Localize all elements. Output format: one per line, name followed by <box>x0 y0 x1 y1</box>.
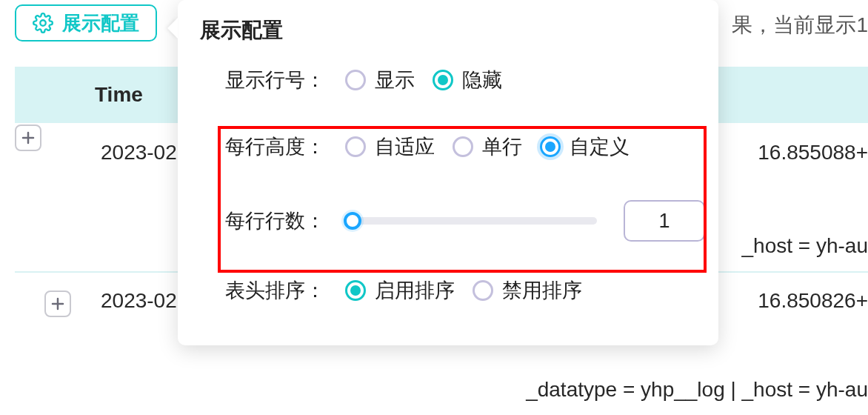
results-summary-text: 果，当前显示1 <box>732 11 868 39</box>
radio-icon <box>453 136 473 157</box>
radio-group-row-height: 自适应 单行 自定义 <box>345 133 630 160</box>
radio-label: 禁用排序 <box>502 277 582 304</box>
radio-icon <box>345 136 366 157</box>
radio-row-height-custom[interactable]: 自定义 <box>540 133 630 160</box>
radio-icon <box>345 70 366 90</box>
row-lines-slider[interactable] <box>345 217 597 225</box>
svg-point-4 <box>40 20 45 25</box>
radio-icon <box>540 136 561 157</box>
radio-line-number-show[interactable]: 显示 <box>345 67 415 93</box>
option-row-row-height: 每行高度： 自适应 单行 自定义 <box>200 133 696 160</box>
radio-header-sort-disable[interactable]: 禁用排序 <box>473 277 582 304</box>
gear-icon <box>33 13 53 33</box>
cell-value: 16.850826+ <box>758 289 868 313</box>
radio-icon <box>345 280 366 301</box>
display-config-button[interactable]: 展示配置 <box>15 4 157 42</box>
radio-icon <box>433 70 453 90</box>
radio-label: 单行 <box>482 133 522 160</box>
option-label-row-height: 每行高度： <box>225 133 329 160</box>
radio-group-header-sort: 启用排序 禁用排序 <box>345 277 582 304</box>
cell-time: 2023-02 <box>101 141 177 165</box>
radio-row-height-single[interactable]: 单行 <box>453 133 522 160</box>
row-lines-value-input[interactable]: 1 <box>624 200 705 242</box>
slider-thumb[interactable] <box>344 212 361 230</box>
option-row-row-lines: 每行行数： 1 <box>200 200 696 242</box>
radio-row-height-auto[interactable]: 自适应 <box>345 133 435 160</box>
expand-row-button[interactable] <box>44 290 71 317</box>
radio-header-sort-enable[interactable]: 启用排序 <box>345 277 455 304</box>
radio-icon <box>473 280 493 301</box>
option-label-header-sort: 表头排序： <box>225 277 329 304</box>
popover-title: 展示配置 <box>200 16 696 44</box>
display-config-label: 展示配置 <box>62 10 139 36</box>
column-header-time[interactable]: Time <box>95 83 143 107</box>
radio-label: 自适应 <box>375 133 435 160</box>
display-config-popover: 展示配置 显示行号： 显示 隐藏 每行高度： 自适应 <box>178 0 718 345</box>
radio-group-line-number: 显示 隐藏 <box>345 67 502 93</box>
radio-label: 启用排序 <box>375 277 455 304</box>
option-row-line-number: 显示行号： 显示 隐藏 <box>200 67 696 93</box>
radio-label: 自定义 <box>570 133 630 160</box>
cell-time: 2023-02 <box>101 289 177 313</box>
cell-datatype-host-text: _datatype = yhp__log | _host = yh-au <box>0 378 868 402</box>
radio-line-number-hide[interactable]: 隐藏 <box>433 67 502 93</box>
option-row-header-sort: 表头排序： 启用排序 禁用排序 <box>200 277 696 304</box>
expand-row-button[interactable] <box>15 124 41 151</box>
option-label-line-number: 显示行号： <box>225 67 329 93</box>
radio-label: 显示 <box>375 67 415 93</box>
row-lines-control: 1 <box>345 200 705 242</box>
option-label-row-lines: 每行行数： <box>225 208 329 234</box>
cell-value: 16.855088+ <box>758 141 868 165</box>
radio-label: 隐藏 <box>462 67 502 93</box>
